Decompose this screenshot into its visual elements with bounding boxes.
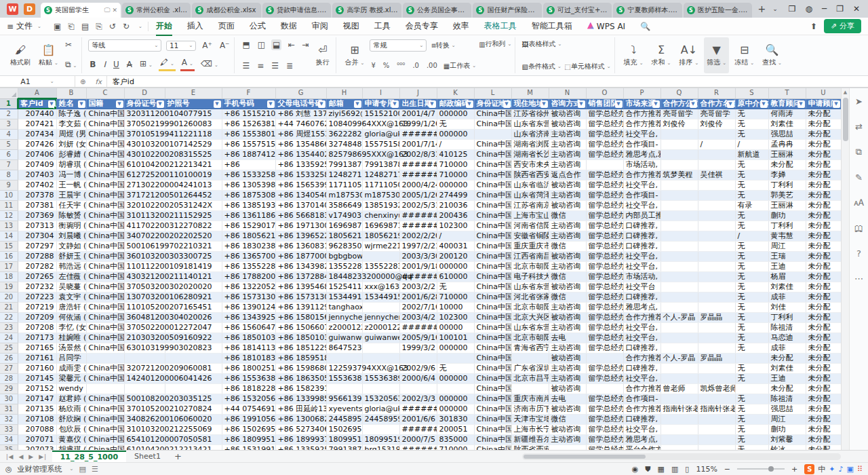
cell-B9[interactable]: 王一帆 (男 xyxy=(56,180,86,191)
cell-S19[interactable]: 无 xyxy=(735,282,768,292)
file-tab-3[interactable]: S贷款申请信息.xlsx xyxy=(262,3,332,18)
cell-U4[interactable]: 未分配 xyxy=(806,130,841,140)
cell-G22[interactable]: +86 158015659 xyxy=(275,313,326,323)
cell-Q32[interactable] xyxy=(660,415,698,425)
last-sheet-icon[interactable]: ▶∣ xyxy=(39,453,46,460)
justify-icon[interactable]: ≣ xyxy=(285,60,294,71)
cell-A29[interactable]: 207152 xyxy=(18,384,56,394)
sum-button[interactable]: Σ 求和⌄ xyxy=(649,37,674,73)
cell-K10[interactable]: 274499 xyxy=(437,191,474,201)
cell-J33[interactable]: ######## xyxy=(399,425,437,435)
translate-icon[interactable]: 🗚 xyxy=(854,197,864,208)
filter-dropdown-icon[interactable]: ▼ xyxy=(797,100,805,108)
cell-F10[interactable]: +86 18753080 xyxy=(222,191,275,201)
cell-R4[interactable] xyxy=(698,130,735,140)
sheet-tab-11_28_5_1000[interactable]: 11_28_5_1000 xyxy=(52,451,126,462)
cell-M28[interactable]: 北京市昌平 xyxy=(511,374,549,384)
cell-B1[interactable]: 姓名▼ xyxy=(56,98,86,109)
cell-O24[interactable]: 留学总经办 xyxy=(586,333,623,343)
cell-K12[interactable]: 200436 xyxy=(437,211,474,221)
cell-O32[interactable]: 留学总经办 xyxy=(586,415,623,425)
cell-F21[interactable]: +86 13901242 xyxy=(222,303,275,313)
font-name-select[interactable]: 等线⌄ xyxy=(88,39,161,52)
cell-L8[interactable]: China中国 xyxy=(474,170,511,180)
cell-N34[interactable]: 主动咨询 xyxy=(549,435,586,445)
row-header-18[interactable]: 18 xyxy=(0,272,18,282)
align-middle-icon[interactable]: ◫ xyxy=(256,39,267,50)
cell-O28[interactable]: 留学总经办 xyxy=(586,374,623,384)
cell-C5[interactable]: China中国 xyxy=(86,140,124,150)
cell-N1[interactable]: 咨询方式▼ xyxy=(549,98,586,109)
cell-G7[interactable]: +86 133592570 xyxy=(275,160,326,170)
cell-J26[interactable] xyxy=(399,354,437,364)
cell-F34[interactable]: +86 18099519 xyxy=(222,435,275,445)
cell-R10[interactable] xyxy=(698,191,735,201)
cell-P11[interactable]: 社交平台, xyxy=(623,201,660,211)
cell-H20[interactable]: 153449155 xyxy=(326,292,362,303)
bold-button[interactable]: B xyxy=(88,59,97,70)
row-header-4[interactable]: 4 xyxy=(0,130,18,140)
cell-H14[interactable]: 180562199 xyxy=(326,231,362,242)
cell-M11[interactable]: 江苏省南京 xyxy=(511,201,549,211)
horizontal-scroll-thumb[interactable] xyxy=(524,455,646,459)
cell-I35[interactable]: hrq153199 xyxy=(362,445,399,451)
cell-S27[interactable]: 无 xyxy=(735,364,768,374)
cell-K28[interactable]: 000000 xyxy=(437,374,474,384)
cell-P17[interactable]: 社交平台, xyxy=(623,262,660,272)
cell-B13[interactable]: 衡琬明 (女 xyxy=(56,221,86,231)
cell-Q29[interactable]: 曾老师 xyxy=(660,384,698,394)
menu-页面[interactable]: 页面 xyxy=(211,18,242,35)
cell-T12[interactable]: 蒯玏 xyxy=(768,211,806,221)
cell-G4[interactable]: +86 周煜15538 xyxy=(275,130,326,140)
filter-dropdown-icon[interactable]: ▼ xyxy=(318,100,326,108)
cell-I30[interactable]: 153205639 xyxy=(362,394,399,404)
cell-M33[interactable]: 上海市长宁 xyxy=(511,425,549,435)
cell-H24[interactable]: guiwanwei xyxy=(326,333,362,343)
cell-Q6[interactable] xyxy=(660,150,698,160)
cell-G24[interactable]: +86 185010309 xyxy=(275,333,326,343)
cast-icon[interactable]: 🖵 xyxy=(104,7,111,14)
cell-U8[interactable]: 未分配 xyxy=(806,170,841,180)
save-icon[interactable]: ▣ xyxy=(54,22,61,31)
page-layout-icon[interactable]: ▥ xyxy=(671,465,678,474)
column-header-H[interactable]: H xyxy=(326,88,362,98)
tab-list-chevron-icon[interactable]: ⌄ xyxy=(770,5,781,12)
cell-G3[interactable]: +44 7460762888 xyxy=(275,119,326,130)
cell-B28[interactable]: 梁馨元 (女 xyxy=(56,374,86,384)
cell-P28[interactable]: 社交平台, xyxy=(623,374,660,384)
cell-H35[interactable]: 799138782 xyxy=(326,445,362,451)
cell-D11[interactable]: 32010220020531242X xyxy=(124,201,165,211)
row-header-29[interactable]: 29 xyxy=(0,384,18,394)
cell-N35[interactable] xyxy=(549,445,586,451)
cell-N28[interactable]: 主动咨询 xyxy=(549,374,586,384)
cell-E26[interactable] xyxy=(165,354,222,364)
cell-P23[interactable]: 社交平台, xyxy=(623,323,660,333)
filter-dropdown-icon[interactable]: ▼ xyxy=(354,100,361,108)
cell-N14[interactable]: 主动咨询 xyxy=(549,231,586,242)
cell-R26[interactable]: 罗晶晶 xyxy=(698,354,735,364)
cell-T2[interactable]: 何雨涛 xyxy=(768,109,806,119)
cell-M10[interactable]: 山东省菏泽 xyxy=(511,191,549,201)
column-header-M[interactable]: M xyxy=(511,88,549,98)
cell-C31[interactable]: China中国 xyxy=(86,404,124,415)
filter-dropdown-icon[interactable]: ▼ xyxy=(267,100,275,108)
cell-K18[interactable]: 610000 xyxy=(437,272,474,282)
cell-U15[interactable]: 未分配 xyxy=(806,242,841,252)
cell-Q8[interactable]: 筑梦美程 xyxy=(660,170,698,180)
row-header-20[interactable]: 20 xyxy=(0,292,18,303)
cell-C20[interactable]: China中国 xyxy=(86,292,124,303)
cell-B22[interactable]: 何依涵 (女 xyxy=(56,313,86,323)
row-header-22[interactable]: 22 xyxy=(0,313,18,323)
cell-C1[interactable]: 国籍▼ xyxy=(86,98,124,109)
cell-J20[interactable]: 2001/6/28 xyxy=(399,292,437,303)
cell-K26[interactable] xyxy=(437,354,474,364)
cell-Q4[interactable] xyxy=(660,130,698,140)
menu-会员专享[interactable]: 会员专享 xyxy=(398,18,446,35)
cell-K9[interactable]: 000000 xyxy=(437,180,474,191)
cell-T4[interactable]: 强思喆 xyxy=(768,130,806,140)
cell-L28[interactable]: China中国 xyxy=(474,374,511,384)
cell-B17[interactable]: 韩浩远 (男 xyxy=(56,262,86,272)
row-header-8[interactable]: 8 xyxy=(0,170,18,180)
cell-M31[interactable]: 济南市历下 xyxy=(511,404,549,415)
cell-P6[interactable]: 雅思考点,雅 xyxy=(623,150,660,160)
